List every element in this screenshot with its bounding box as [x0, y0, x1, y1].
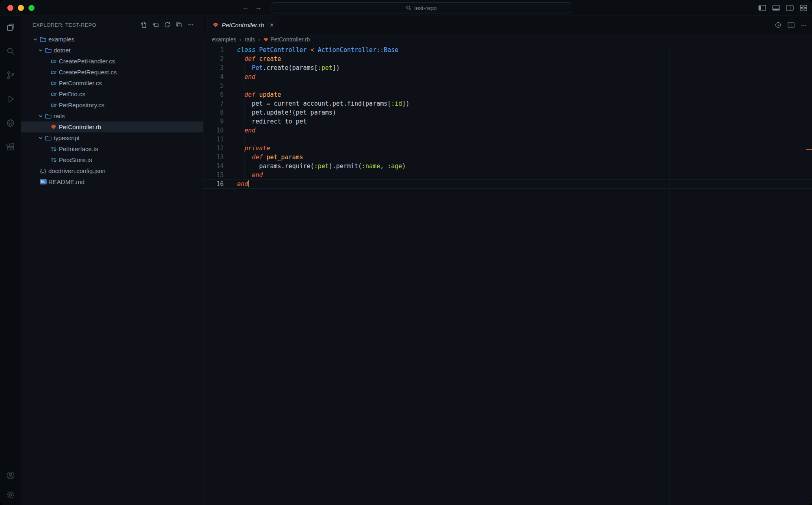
more-actions-icon[interactable]	[188, 22, 194, 28]
code-line-8[interactable]: 8 pet.update!(pet_params)	[203, 108, 812, 117]
more-editor-actions-icon[interactable]	[801, 22, 807, 28]
line-number[interactable]: 9	[203, 117, 224, 126]
chevron-down-icon[interactable]	[32, 37, 39, 42]
tree-item-label: PetDto.cs	[59, 91, 85, 98]
tree-item-dotnet[interactable]: dotnet	[21, 45, 203, 56]
breadcrumb-item[interactable]: PetController.rb	[263, 36, 310, 43]
tree-item-petdto-cs[interactable]: C#PetDto.cs	[21, 89, 203, 100]
overview-ruler-marker	[806, 149, 812, 150]
tree-item-createpetrequest-cs[interactable]: C#CreatePetRequest.cs	[21, 67, 203, 78]
tree-item-petinterface-ts[interactable]: TSPetInterface.ts	[21, 143, 203, 154]
code-line-10[interactable]: 10 end	[203, 126, 812, 135]
line-number[interactable]: 3	[203, 63, 224, 72]
extensions-icon[interactable]	[6, 142, 15, 152]
cs-file-icon: C#	[49, 70, 58, 75]
line-number[interactable]: 13	[203, 153, 224, 162]
tree-item-petsstore-ts[interactable]: TSPetsStore.ts	[21, 154, 203, 165]
tree-item-examples[interactable]: examples	[21, 34, 203, 45]
tree-item-label: PetInterface.ts	[59, 145, 98, 152]
code-line-7[interactable]: 7 pet = current_account.pet.find(params[…	[203, 99, 812, 108]
line-number[interactable]: 10	[203, 126, 224, 135]
explorer-icon[interactable]	[6, 22, 15, 32]
indent-guide	[244, 171, 245, 180]
line-number[interactable]: 6	[203, 90, 224, 99]
source-control-icon[interactable]	[6, 70, 15, 80]
back-icon[interactable]: ←	[242, 4, 249, 12]
code-line-11[interactable]: 11	[203, 135, 812, 144]
code-line-2[interactable]: 2 def create	[203, 54, 812, 63]
code-line-content: end	[224, 180, 249, 188]
line-number[interactable]: 14	[203, 162, 224, 171]
tree-item-docdriven-config-json[interactable]: {..}docdriven.config.json	[21, 165, 203, 176]
zoom-window-button[interactable]	[28, 5, 35, 11]
toggle-secondary-sidebar-icon[interactable]	[786, 5, 794, 11]
code-line-content: redirect_to pet	[224, 117, 307, 126]
tree-item-typescript[interactable]: typescript	[21, 132, 203, 143]
chevron-down-icon[interactable]	[37, 136, 44, 141]
tree-item-rails[interactable]: rails	[21, 111, 203, 121]
indent-guide	[244, 63, 245, 72]
code-editor[interactable]: 1class PetController < ActionController:…	[203, 45, 812, 505]
refresh-icon[interactable]	[164, 22, 171, 28]
toggle-primary-sidebar-icon[interactable]	[758, 5, 766, 11]
line-number[interactable]: 5	[203, 81, 224, 90]
line-number[interactable]: 4	[203, 72, 224, 81]
tree-item-petcontroller-rb[interactable]: PetController.rb	[21, 121, 203, 132]
code-line-5[interactable]: 5	[203, 81, 812, 90]
code-line-15[interactable]: 15 end	[203, 171, 812, 180]
code-line-1[interactable]: 1class PetController < ActionController:…	[203, 46, 812, 54]
command-center-search[interactable]: test-repo	[272, 2, 571, 13]
account-icon[interactable]	[6, 470, 15, 480]
chevron-down-icon[interactable]	[37, 48, 44, 53]
folder-icon	[44, 48, 53, 53]
minimize-window-button[interactable]	[18, 5, 24, 11]
tree-item-petcontroller-cs[interactable]: C#PetController.cs	[21, 78, 203, 89]
chevron-down-icon[interactable]	[37, 114, 44, 119]
close-tab-icon[interactable]: ×	[270, 21, 274, 29]
code-line-6[interactable]: 6 def update	[203, 90, 812, 99]
breadcrumb-item[interactable]: examples	[212, 36, 236, 43]
code-lines: 1class PetController < ActionController:…	[203, 46, 812, 189]
line-number[interactable]: 7	[203, 99, 224, 108]
code-line-14[interactable]: 14 params.require(:pet).permit(:name, :a…	[203, 162, 812, 171]
tree-item-petrepository-cs[interactable]: C#PetRepository.cs	[21, 100, 203, 111]
forward-icon[interactable]: →	[255, 4, 262, 12]
line-number[interactable]: 8	[203, 108, 224, 117]
code-line-content: def create	[224, 54, 281, 63]
new-file-icon[interactable]	[140, 22, 147, 28]
search-view-icon[interactable]	[6, 46, 15, 56]
code-line-3[interactable]: 3 Pet.create(params[:pet])	[203, 63, 812, 72]
line-number[interactable]: 2	[203, 54, 224, 63]
indent-guide	[244, 135, 245, 144]
line-number[interactable]: 15	[203, 171, 224, 180]
line-number[interactable]: 1	[203, 46, 224, 54]
customize-layout-icon[interactable]	[800, 5, 807, 11]
line-number[interactable]: 11	[203, 135, 224, 144]
timeline-history-icon[interactable]	[775, 22, 782, 28]
settings-gear-icon[interactable]	[6, 490, 15, 500]
line-number[interactable]: 16	[203, 180, 224, 188]
split-editor-icon[interactable]	[788, 22, 795, 28]
code-line-content	[224, 135, 237, 144]
close-window-button[interactable]	[7, 5, 13, 11]
globe-icon[interactable]	[6, 118, 15, 128]
collapse-folders-icon[interactable]	[176, 22, 182, 28]
breadcrumb-item[interactable]: rails	[245, 36, 255, 43]
toggle-panel-icon[interactable]	[772, 5, 780, 11]
line-number[interactable]: 12	[203, 144, 224, 153]
search-icon	[406, 5, 411, 11]
code-line-9[interactable]: 9 redirect_to pet	[203, 117, 812, 126]
code-line-16[interactable]: 16end	[203, 180, 812, 189]
tree-item-label: PetController.cs	[59, 80, 102, 87]
cs-file-icon: C#	[49, 103, 58, 108]
run-and-debug-icon[interactable]	[6, 94, 15, 104]
code-line-4[interactable]: 4 end	[203, 72, 812, 81]
new-folder-icon[interactable]	[152, 22, 159, 28]
code-line-13[interactable]: 13 def pet_params	[203, 153, 812, 162]
workbench: EXPLORER: TEST-REPO	[0, 16, 812, 505]
file-tree: examplesdotnetC#CreatePetHandler.csC#Cre…	[21, 34, 203, 505]
tree-item-readme-md[interactable]: M↓README.md	[21, 176, 203, 187]
tab-petcontroller-rb[interactable]: PetController.rb ×	[207, 16, 279, 34]
code-line-12[interactable]: 12 private	[203, 144, 812, 153]
tree-item-createpethandler-cs[interactable]: C#CreatePetHandler.cs	[21, 56, 203, 67]
